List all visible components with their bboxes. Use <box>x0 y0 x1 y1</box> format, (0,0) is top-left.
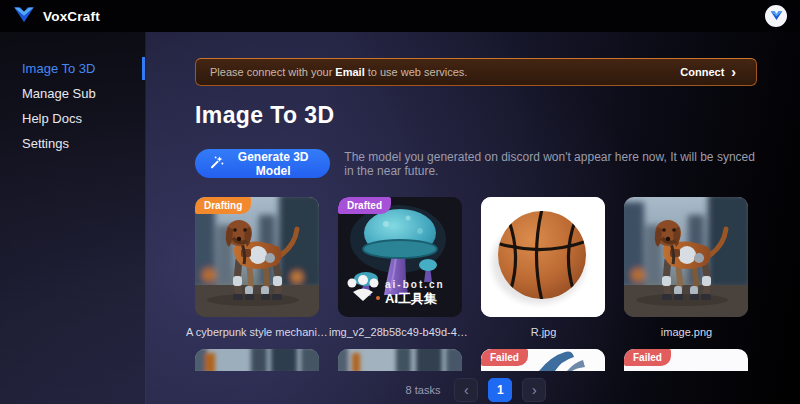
pagination: 8 tasks ‹ 1 › <box>195 378 757 402</box>
cyberpunk-dog-image <box>624 197 748 317</box>
card-caption: img_v2_28b58c49-b49d-4e59... <box>329 326 472 338</box>
status-badge-drafting: Drafting <box>195 197 251 214</box>
brand-name: VoxCraft <box>43 9 100 24</box>
status-badge-failed: Failed <box>624 349 671 366</box>
user-avatar[interactable] <box>765 5 787 27</box>
card-thumbnail <box>624 197 748 317</box>
task-card-mushroom[interactable]: ai-bot.cn AI工具集 Drafted img_v2_28b58c49-… <box>338 197 462 338</box>
status-badge-failed: Failed <box>481 349 528 366</box>
task-card-partial-failed[interactable]: Failed <box>624 349 748 371</box>
status-badge-drafted: Drafted <box>338 197 391 214</box>
next-page-button[interactable]: › <box>522 378 546 402</box>
city-image-top <box>195 349 319 371</box>
card-caption: A cyberpunk style mechanical... <box>186 326 329 338</box>
generate-row: Generate 3D Model The model you generate… <box>195 149 757 178</box>
cyberpunk-dog-image <box>195 197 319 317</box>
basketball-image <box>481 197 605 317</box>
sidebar-item-label: Help Docs <box>22 111 82 126</box>
sidebar-item-image-to-3d[interactable]: Image To 3D <box>0 56 145 81</box>
city-image-top <box>338 349 462 371</box>
banner-text-before: Please connect with your <box>210 66 335 78</box>
sidebar-item-help-docs[interactable]: Help Docs <box>0 106 145 131</box>
task-card-partial[interactable] <box>338 349 462 371</box>
task-card-grid: Drafting A cyberpunk style mechanical... <box>195 197 757 338</box>
sidebar-item-label: Image To 3D <box>22 61 95 76</box>
sidebar: Image To 3D Manage Sub Help Docs Setting… <box>0 32 146 404</box>
banner-message: Please connect with your Email to use we… <box>210 66 467 78</box>
sidebar-item-label: Manage Sub <box>22 86 96 101</box>
active-indicator-bar <box>142 57 145 80</box>
voxcraft-logo-icon <box>13 5 35 28</box>
task-card-basketball[interactable]: R.jpg <box>481 197 605 338</box>
card-caption: image.png <box>615 326 758 338</box>
voxcraft-app: VoxCraft Image To 3D Manage Sub Help Doc… <box>0 0 800 404</box>
connect-label: Connect <box>680 66 724 78</box>
sidebar-item-label: Settings <box>22 136 69 151</box>
task-card-cyberpunk-dog[interactable]: Drafting A cyberpunk style mechanical... <box>195 197 319 338</box>
watermark-cn-text: AI工具集 <box>385 291 437 306</box>
task-card-partial-failed[interactable]: Failed <box>481 349 605 371</box>
prev-page-button[interactable]: ‹ <box>454 378 478 402</box>
mushroom-image: ai-bot.cn AI工具集 <box>338 197 462 317</box>
page-title: Image To 3D <box>195 102 757 129</box>
discord-sync-note: The model you generated on discord won't… <box>344 150 757 178</box>
chevron-right-icon: › <box>731 65 736 79</box>
banner-email-highlight: Email <box>335 66 364 78</box>
card-thumbnail: ai-bot.cn AI工具集 Drafted <box>338 197 462 317</box>
generate-3d-model-button[interactable]: Generate 3D Model <box>195 149 330 178</box>
task-card-partial[interactable] <box>195 349 319 371</box>
card-thumbnail: Drafting <box>195 197 319 317</box>
page-1-button[interactable]: 1 <box>488 378 512 402</box>
chevron-right-icon: › <box>532 383 537 397</box>
tasks-count-label: 8 tasks <box>406 384 441 396</box>
watermark-url: ai-bot.cn <box>385 279 445 290</box>
email-connect-banner: Please connect with your Email to use we… <box>195 58 757 86</box>
main-content: Please connect with your Email to use we… <box>146 32 800 404</box>
card-thumbnail <box>481 197 605 317</box>
avatar-v-icon <box>770 7 783 25</box>
task-card-grid-row2: Failed Failed <box>195 349 757 371</box>
card-caption: R.jpg <box>472 326 615 338</box>
sidebar-item-manage-sub[interactable]: Manage Sub <box>0 81 145 106</box>
magic-wand-icon <box>210 155 224 172</box>
banner-text-after: to use web services. <box>365 66 468 78</box>
page-body: Image To 3D Manage Sub Help Docs Setting… <box>0 32 800 404</box>
generate-button-label: Generate 3D Model <box>231 150 315 178</box>
brand-home-link[interactable]: VoxCraft <box>13 5 100 28</box>
task-card-image-png[interactable]: image.png <box>624 197 748 338</box>
sidebar-item-settings[interactable]: Settings <box>0 131 145 156</box>
connect-button[interactable]: Connect › <box>674 64 742 80</box>
chevron-left-icon: ‹ <box>464 383 469 397</box>
top-header: VoxCraft <box>0 0 800 32</box>
